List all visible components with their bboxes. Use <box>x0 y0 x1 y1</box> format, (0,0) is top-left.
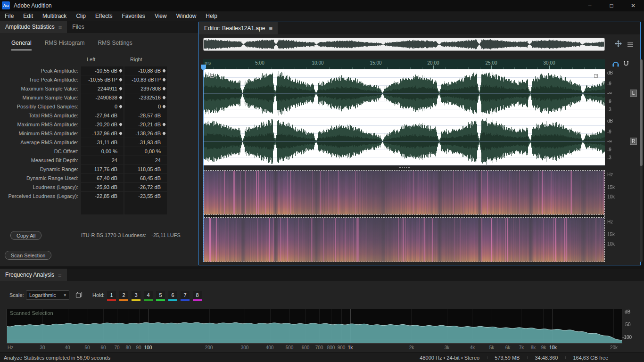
hz-axis-label: 40 <box>65 345 70 350</box>
panel-menu-icon[interactable]: ≡ <box>58 24 62 30</box>
copy-graph-icon[interactable] <box>75 291 83 300</box>
db-ruler-label: -9 <box>607 129 611 134</box>
tab-frequency-analysis[interactable]: Frequency Analysis ≡ <box>0 269 67 281</box>
hold-button-2[interactable]: 2 <box>119 291 128 299</box>
tab-amplitude-statistics[interactable]: Amplitude Statistics ≡ <box>0 21 67 33</box>
menu-clip[interactable]: Clip <box>71 11 91 21</box>
marker-pin-icon[interactable] <box>118 86 122 90</box>
hold-button-8[interactable]: 8 <box>193 291 202 299</box>
menu-multitrack[interactable]: Multitrack <box>38 11 71 21</box>
marker-pin-icon[interactable] <box>162 68 165 72</box>
waveform-display[interactable] <box>203 69 605 165</box>
maximize-button[interactable]: □ <box>601 0 622 11</box>
marker-pin-icon[interactable] <box>118 68 122 72</box>
panel-menu-icon[interactable]: ≡ <box>269 25 272 32</box>
hold-button-6[interactable]: 6 <box>168 291 177 299</box>
menu-favorites[interactable]: Favorites <box>117 11 150 21</box>
marker-pin-icon[interactable] <box>118 104 122 108</box>
tab-label: Editor: Beatles12A1.ape <box>204 25 265 32</box>
menu-file[interactable]: File <box>0 11 18 21</box>
stats-value-right: 24 <box>124 156 167 165</box>
marker-pin-icon[interactable] <box>162 86 165 90</box>
stats-table: Peak Amplitude:-10,55 dB-10,88 dBTrue Pe… <box>0 66 198 200</box>
vertical-scrollbar-thumb[interactable] <box>640 59 643 166</box>
overview-navigator[interactable] <box>203 38 605 51</box>
waveform-right-channel[interactable] <box>203 117 605 165</box>
hold-button-5[interactable]: 5 <box>156 291 165 299</box>
stats-value-left: 67,40 dB <box>81 174 124 182</box>
marker-pin-icon[interactable] <box>118 95 122 99</box>
marker-pin-icon[interactable] <box>118 131 122 135</box>
snap-magnet-icon[interactable] <box>623 60 629 69</box>
minimize-button[interactable]: – <box>579 0 601 11</box>
tab-files[interactable]: Files <box>67 21 89 33</box>
fade-out-handle[interactable] <box>594 74 598 78</box>
stats-value-left: 2244911 <box>81 84 124 93</box>
channel-badge-right[interactable]: R <box>630 138 637 145</box>
hold-button-7[interactable]: 7 <box>181 291 190 299</box>
stats-value-left: 0,00 % <box>81 147 124 156</box>
stats-value-left: 117,76 dB <box>81 165 124 173</box>
zoom-presets-icon[interactable] <box>627 41 634 49</box>
hold-button-1[interactable]: 1 <box>107 291 116 299</box>
scale-dropdown[interactable]: Logarithmic ▾ <box>26 290 69 300</box>
marker-pin-icon[interactable] <box>162 131 165 135</box>
marker-pin-icon[interactable] <box>118 77 122 81</box>
table-row: Dynamic Range Used:67,40 dB68,45 dB <box>0 173 198 182</box>
overview-waveform[interactable] <box>204 39 604 50</box>
hz-axis-label: 400 <box>266 345 274 350</box>
db-ruler-label: -∞ <box>607 139 612 144</box>
menu-view[interactable]: View <box>150 11 172 21</box>
menubar: FileEditMultitrackClipEffectsFavoritesVi… <box>0 11 644 21</box>
stats-value-left: -27,94 dB <box>81 111 124 120</box>
marker-pin-icon[interactable] <box>162 122 165 126</box>
waveform-left-channel[interactable] <box>203 69 605 117</box>
hz-axis-label: 90 <box>136 345 141 350</box>
stats-value-right: 118,05 dB <box>124 165 167 173</box>
subtab-rms-histogram[interactable]: RMS Histogram <box>45 40 85 50</box>
subtab-general[interactable]: General <box>11 40 32 50</box>
subtab-rms-settings[interactable]: RMS Settings <box>98 40 132 50</box>
hold-button-4[interactable]: 4 <box>144 291 153 299</box>
left-panel-tabbar: Amplitude Statistics ≡ Files <box>0 21 198 33</box>
table-row: Loudness (Legacy):-25,93 dB-26,72 dB <box>0 182 198 191</box>
hz-ruler-label: 15k <box>607 185 615 190</box>
marker-pin-icon[interactable] <box>162 95 165 99</box>
close-button[interactable]: ✕ <box>622 0 644 11</box>
headphones-icon[interactable] <box>612 60 619 69</box>
menu-edit[interactable]: Edit <box>18 11 38 21</box>
navigate-tool-icon[interactable] <box>615 40 622 49</box>
panel-menu-icon[interactable]: ≡ <box>58 272 62 278</box>
copy-all-button[interactable]: Copy All <box>10 231 41 240</box>
editor-panel: Editor: Beatles12A1.ape ≡ ms5:0010:0015:… <box>198 22 641 265</box>
status-right-group: 48000 Hz • 24-bit • Stereo573,59 MB34:48… <box>412 355 644 361</box>
hz-axis-label: 60 <box>100 345 106 350</box>
marker-pin-icon[interactable] <box>162 77 165 81</box>
marker-pin-icon[interactable] <box>162 104 165 108</box>
scan-selection-button[interactable]: Scan Selection <box>5 251 51 260</box>
channel-badge-left[interactable]: L <box>630 90 637 97</box>
fade-in-handle[interactable] <box>210 74 214 78</box>
spectral-display[interactable] <box>203 170 605 262</box>
column-header-left: Left <box>81 57 124 62</box>
tab-editor[interactable]: Editor: Beatles12A1.ape ≡ <box>199 22 278 34</box>
marker-pin-icon[interactable] <box>118 122 122 126</box>
menu-effects[interactable]: Effects <box>91 11 117 21</box>
db-ruler-label: dB <box>607 118 613 123</box>
column-header-right: Right <box>124 57 167 62</box>
stats-value-left: -2490838 <box>81 93 124 102</box>
titlebar: Au Adobe Audition – □ ✕ <box>0 0 644 11</box>
hold-color-bar <box>119 299 128 301</box>
hold-button-3[interactable]: 3 <box>132 291 140 299</box>
vertical-scrollbar[interactable] <box>640 59 643 262</box>
display-split-divider[interactable] <box>203 165 605 170</box>
menu-help[interactable]: Help <box>201 11 222 21</box>
timeline-tick <box>491 66 492 69</box>
playhead-line[interactable] <box>203 69 204 262</box>
menu-window[interactable]: Window <box>172 11 201 21</box>
timeline-ruler[interactable]: ms5:0010:0015:0020:0025:0030:00 <box>203 59 605 69</box>
spectrogram-right-channel[interactable] <box>204 218 604 262</box>
stats-row-label: Dynamic Range: <box>0 166 81 172</box>
divider-grip-icon[interactable] <box>399 167 410 168</box>
spectrogram-left-channel[interactable] <box>204 171 604 214</box>
